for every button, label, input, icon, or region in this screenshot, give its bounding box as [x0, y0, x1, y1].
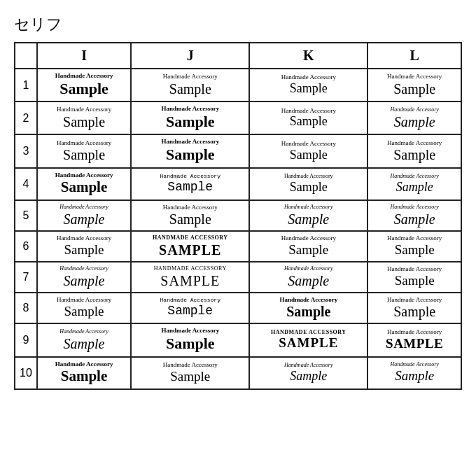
cell-5-J: Handmade Accessory Sample: [131, 200, 249, 232]
row-number: 8: [15, 293, 37, 324]
cell-4-K: Handmade Accessory Sample: [249, 168, 368, 200]
row-number: 1: [15, 69, 37, 102]
cell-8-L: Handmade Accessory Sample: [368, 293, 461, 324]
row-number: 6: [15, 231, 37, 262]
table-row: 10 Handmade Accessory Sample Handmade Ac…: [15, 357, 461, 389]
cell-3-K: Handmade Accessory Sample: [249, 134, 368, 167]
cell-4-I: Handmade Accessory Sample: [37, 168, 131, 200]
cell-2-L: Handmade Accessory Sample: [368, 102, 461, 134]
cell-9-I: Handmade Accessory Sample: [37, 323, 131, 356]
font-table: I J K L 1 Handmade Accessory Sample Hand…: [14, 42, 462, 390]
cell-1-I: Handmade Accessory Sample: [37, 69, 131, 102]
table-row: 1 Handmade Accessory Sample Handmade Acc…: [15, 69, 461, 102]
cell-2-K: Handmade Accessory Sample: [249, 102, 368, 134]
table-row: 4 Handmade Accessory Sample Handmade Acc…: [15, 168, 461, 200]
col-header-I: I: [37, 43, 131, 69]
cell-10-J: Handmade Accessory Sample: [131, 357, 249, 389]
table-row: 9 Handmade Accessory Sample Handmade Acc…: [15, 323, 461, 356]
cell-5-I: Handmade Accessory Sample: [37, 200, 131, 232]
table-row: 2 Handmade Accessory Sample Handmade Acc…: [15, 102, 461, 134]
cell-4-L: Handmade Accessory Sample: [368, 168, 461, 200]
cell-8-J: Handmade Accessory Sample: [131, 293, 249, 324]
cell-6-L: Handmade Accessory Sample: [368, 231, 461, 262]
cell-10-L: Handmade Accessory Sample: [368, 357, 461, 389]
cell-5-L: Handmade Accessory Sample: [368, 200, 461, 232]
row-number: 10: [15, 357, 37, 389]
cell-1-J: Handmade Accessory Sample: [131, 69, 249, 102]
cell-7-K: Handmade Accessory Sample: [249, 262, 368, 293]
cell-10-K: Handmade Accessory Sample: [249, 357, 368, 389]
page-title: セリフ: [14, 14, 462, 35]
cell-2-J: Handmade Accessory Sample: [131, 102, 249, 134]
cell-1-L: Handmade Accessory Sample: [368, 69, 461, 102]
col-header-K: K: [249, 43, 368, 69]
row-number: 7: [15, 262, 37, 293]
cell-7-L: Handmade Accessory Sample: [368, 262, 461, 293]
cell-6-J: HANDMADE ACCESSORY SAMPLE: [131, 231, 249, 262]
cell-9-J: Handmade Accessory Sample: [131, 323, 249, 356]
cell-3-I: Handmade Accessory Sample: [37, 134, 131, 167]
table-row: 5 Handmade Accessory Sample Handmade Acc…: [15, 200, 461, 232]
cell-6-I: Handmade Accessory Sample: [37, 231, 131, 262]
cell-1-K: Handmade Accessory Sample: [249, 69, 368, 102]
table-row: 3 Handmade Accessory Sample Handmade Acc…: [15, 134, 461, 167]
cell-3-J: Handmade Accessory Sample: [131, 134, 249, 167]
row-number: 3: [15, 134, 37, 167]
cell-7-I: Handmade Accessory Sample: [37, 262, 131, 293]
cell-4-J: Handmade Accessory Sample: [131, 168, 249, 200]
cell-10-I: Handmade Accessory Sample: [37, 357, 131, 389]
row-number: 4: [15, 168, 37, 200]
cell-9-K: HANDMADE ACCESSORY SAMPLE: [249, 323, 368, 356]
col-header-J: J: [131, 43, 249, 69]
row-number: 2: [15, 102, 37, 134]
cell-2-I: Handmade Accessory Sample: [37, 102, 131, 134]
cell-8-K: Handmade Accessory Sample: [249, 293, 368, 324]
cell-8-I: Handmade Accessory Sample: [37, 293, 131, 324]
table-row: 7 Handmade Accessory Sample HANDMADE ACC…: [15, 262, 461, 293]
table-row: 8 Handmade Accessory Sample Handmade Acc…: [15, 293, 461, 324]
cell-3-L: Handmade Accessory Sample: [368, 134, 461, 167]
col-header-L: L: [368, 43, 461, 69]
cell-9-L: Handmade Accessory SAMPLE: [368, 323, 461, 356]
row-number: 5: [15, 200, 37, 232]
row-number: 9: [15, 323, 37, 356]
cell-6-K: Handmade Accessory Sample: [249, 231, 368, 262]
table-row: 6 Handmade Accessory Sample HANDMADE ACC…: [15, 231, 461, 262]
cell-7-J: HANDMADE ACCESSORY SAMPLE: [131, 262, 249, 293]
cell-5-K: Handmade Accessory Sample: [249, 200, 368, 232]
col-header-empty: [15, 43, 37, 69]
